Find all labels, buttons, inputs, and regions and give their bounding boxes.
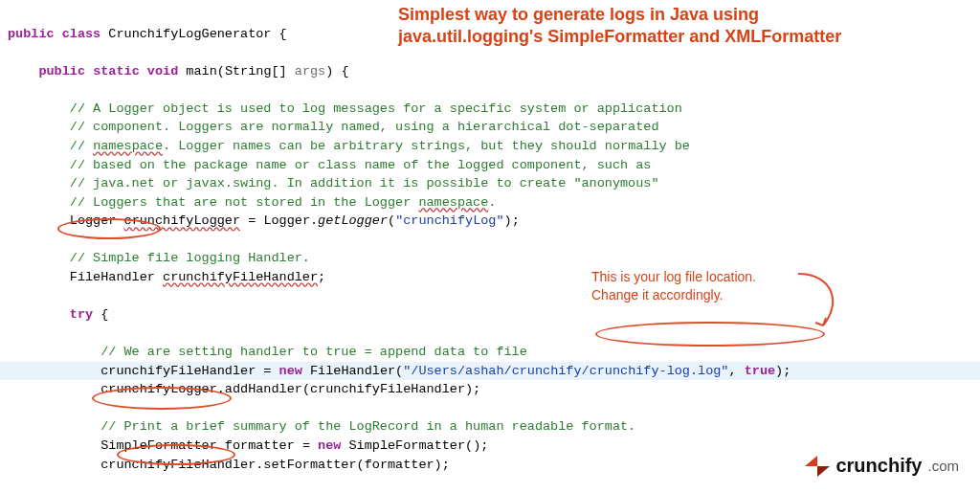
- spell-warn: namespace: [418, 195, 488, 210]
- call-setformatter: setFormatter: [263, 458, 356, 472]
- type-logger: Logger: [70, 213, 117, 228]
- annotation-side-line1: This is your log file location.: [591, 268, 756, 286]
- param-type: String[]: [225, 64, 287, 78]
- logo-text: crunchify: [835, 452, 922, 480]
- type-simpleformatter: SimpleFormatter: [100, 438, 217, 453]
- kw-new2: new: [318, 438, 341, 453]
- var-filehandler: crunchifyFileHandler: [163, 270, 318, 284]
- spell-warn: namespace: [93, 139, 163, 153]
- annotation-side: This is your log file location. Change i…: [591, 268, 756, 304]
- code-area: public class CrunchifyLogGenerator { pub…: [0, 0, 980, 493]
- annotation-title-line1: Simplest way to generate logs in Java us…: [398, 4, 976, 26]
- param-name: args: [295, 64, 325, 78]
- comment: // A Logger object is used to log messag…: [70, 101, 682, 116]
- comment: // based on the package name or class na…: [70, 158, 652, 172]
- bool-true: true: [745, 364, 775, 378]
- comment: // java.net or javax.swing. In addition …: [70, 176, 659, 190]
- arg: formatter: [365, 458, 434, 472]
- comment: // component. Loggers are normally named…: [70, 120, 659, 134]
- class-name: CrunchifyLogGenerator: [108, 27, 271, 41]
- method-name: main: [186, 64, 216, 78]
- var-formatter: formatter: [225, 438, 295, 453]
- var-ref: crunchifyFileHandler: [100, 458, 256, 472]
- kw-class: class: [62, 27, 101, 41]
- call-getlogger: getLogger: [318, 213, 388, 228]
- highlighted-line: crunchifyFileHandler = new FileHandler("…: [0, 362, 980, 381]
- cls-logger: Logger: [263, 213, 310, 228]
- comment: // Print a brief summary of the LogRecor…: [100, 419, 635, 434]
- logo-mark-icon: [805, 456, 830, 477]
- string-lit: "crunchifyLog": [395, 213, 503, 228]
- comment: // Loggers that are not stored in the Lo…: [70, 195, 497, 210]
- annotation-title-line2: java.util.logging's SimpleFormatter and …: [398, 26, 976, 48]
- kw-public2: public: [38, 64, 85, 78]
- crunchify-logo: crunchify.com: [805, 452, 959, 480]
- ctor-filehandler: FileHandler: [310, 364, 395, 378]
- arg: crunchifyFileHandler: [310, 382, 465, 396]
- eq: =: [240, 213, 263, 228]
- type-filehandler: FileHandler: [70, 270, 155, 284]
- var-logger: crunchifyLogger: [124, 213, 241, 228]
- kw-public: public: [8, 27, 55, 41]
- kw-try: try: [70, 307, 93, 322]
- kw-void: void: [147, 64, 178, 78]
- annotation-title: Simplest way to generate logs in Java us…: [398, 4, 976, 49]
- comment: // namespace. Logger names can be arbitr…: [70, 139, 690, 153]
- kw-static: static: [93, 64, 140, 78]
- comment: // We are setting handler to true = appe…: [100, 345, 527, 359]
- call-addhandler: addHandler: [225, 382, 302, 396]
- var-ref: crunchifyFileHandler: [100, 364, 256, 378]
- kw-new: new: [279, 364, 302, 378]
- var-ref: crunchifyLogger: [100, 382, 217, 396]
- ctor-simpleformatter: SimpleFormatter: [349, 438, 466, 453]
- string-logpath: "/Users/ashah/crunchify/crunchify-log.lo…: [403, 364, 728, 378]
- logo-suffix: .com: [927, 456, 959, 477]
- comment: // Simple file logging Handler.: [70, 251, 310, 265]
- annotation-side-line2: Change it accordingly.: [591, 286, 756, 304]
